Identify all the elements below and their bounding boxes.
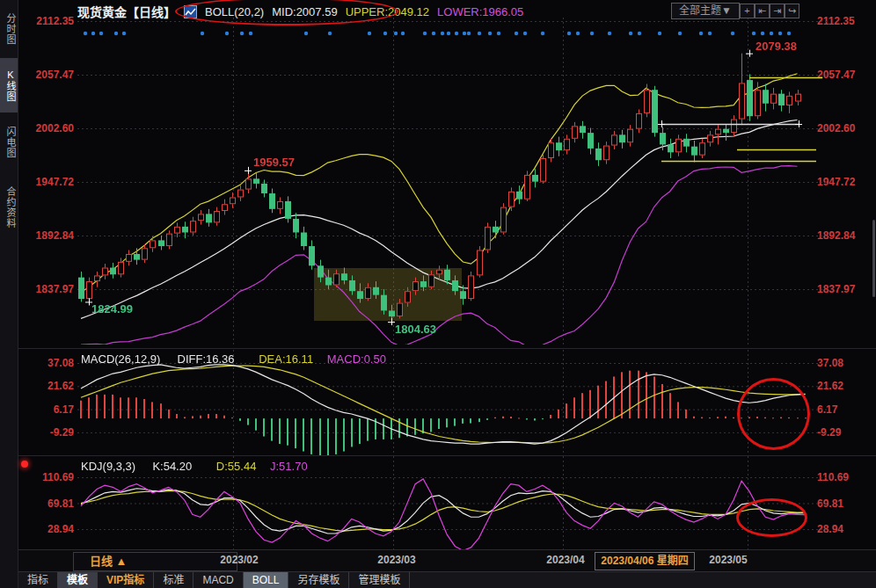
macd-dea-value: DEA:16.11 (259, 352, 313, 366)
panel-separator (18, 455, 876, 456)
macd-macd-value: MACD:0.50 (327, 352, 386, 366)
kdj-j-value: J:51.70 (270, 460, 308, 473)
shift-right-icon[interactable]: ⇥ (770, 4, 785, 18)
period-selector[interactable]: 日线 ▲ (73, 552, 237, 571)
date-tick-label: 2023/04 (546, 554, 584, 566)
macd-chart-canvas[interactable] (77, 350, 827, 455)
left-sidebar: 分时图K线图闪电图合约资料 (0, 0, 18, 588)
tab-6[interactable]: BOLL (244, 572, 289, 588)
bottom-tab-bar: 指标模板VIP指标标准MACDBOLL另存模板管理模板 (18, 571, 876, 588)
kdj-axis-label-left: 69.81 (18, 497, 74, 510)
kdj-name: KDJ(9,3,3) K:54.20 (81, 460, 202, 473)
chart-icon (184, 5, 197, 18)
date-tick-label: 2023/02 (220, 554, 258, 566)
exit-icon[interactable]: ↪ (785, 4, 799, 18)
tab-7[interactable]: 另存模板 (288, 572, 349, 588)
price-axis-label-left: 1892.84 (18, 229, 74, 242)
main-chart-canvas[interactable] (77, 18, 827, 345)
sidebar-item-3[interactable]: 闪电图 (0, 116, 18, 169)
sidebar-item-1[interactable]: 分时图 (0, 4, 18, 54)
boll-mid-value: MID:2007.59 (272, 5, 337, 18)
tab-4[interactable]: 标准 (154, 572, 193, 588)
macd-axis-label-left: 6.17 (18, 403, 74, 416)
macd-axis-label-left: 37.08 (18, 357, 74, 369)
tab-1[interactable]: 指标 (18, 572, 58, 588)
sidebar-item-4[interactable]: 合约资料 (0, 174, 18, 241)
kdj-axis-label-left: 28.94 (18, 523, 74, 535)
price-axis-label-left: 1837.97 (18, 283, 74, 295)
macd-axis-label-left: 21.62 (18, 380, 74, 392)
crosshair-icon[interactable]: + (740, 4, 755, 18)
price-axis-label-left: 1947.72 (18, 176, 74, 188)
sidebar-item-2[interactable]: K线图 (0, 58, 18, 113)
shift-left-icon[interactable]: ⇤ (755, 4, 770, 18)
macd-axis-label-left: -9.29 (18, 426, 74, 439)
boll-lower-value: LOWER:1966.05 (437, 5, 523, 18)
date-tick-label: 2023/03 (377, 554, 415, 566)
price-axis-label-left: 2057.47 (18, 69, 74, 81)
alert-dot (21, 461, 28, 468)
date-tick-label: 2023/05 (709, 554, 747, 566)
crosshair-date-badge: 2023/04/06 星期四 (595, 552, 695, 570)
tab-8[interactable]: 管理模板 (349, 572, 410, 588)
price-axis-label-left: 2002.60 (18, 122, 74, 134)
tab-3[interactable]: VIP指标 (98, 572, 154, 588)
kdj-panel-header: KDJ(9,3,3) K:54.20 D:55.44 J:51.70 (81, 460, 318, 473)
tab-5[interactable]: MACD (193, 572, 243, 588)
kdj-d-value: D:55.44 (216, 460, 257, 473)
macd-panel-header: MACD(26,12,9) DIFF:16.36 DEA:16.11 MACD:… (81, 352, 397, 366)
boll-indicator-label: BOLL(20,2) (205, 5, 264, 18)
panel-separator (18, 348, 876, 349)
tab-2[interactable]: 模板 (58, 572, 98, 588)
boll-upper-value: UPPER:2049.12 (346, 5, 429, 18)
date-axis-row: 日线 ▲ 2023/022023/032023/042023/05 2023/0… (18, 549, 876, 571)
scrollbar[interactable] (872, 220, 875, 297)
trading-app-window: 分时图K线图闪电图合约资料 现货黄金【日线】 BOLL(20,2) MID:20… (0, 0, 876, 588)
macd-name: MACD(26,12,9) DIFF:16.36 (81, 352, 245, 366)
period-label: 日线 ▲ (90, 553, 237, 570)
kdj-axis-label-left: 110.69 (18, 471, 74, 483)
price-axis-label-left: 2112.35 (18, 15, 74, 27)
